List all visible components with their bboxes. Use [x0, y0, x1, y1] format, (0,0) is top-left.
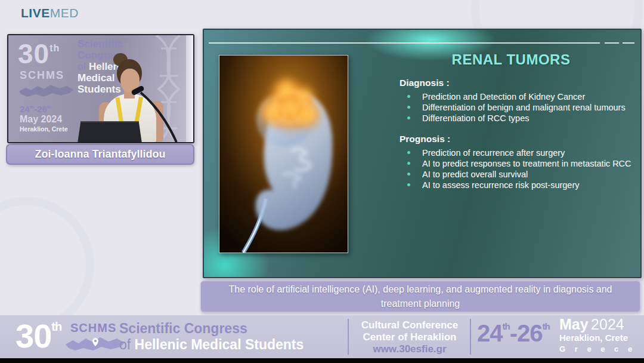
crete-island-pin-icon	[64, 334, 126, 352]
slide-body: Diagnosis : Prediction and Detection of …	[398, 78, 637, 201]
bullet-dot-icon	[407, 183, 410, 186]
footer-dates: 24th-26th	[477, 320, 550, 347]
microphone-icon	[8, 35, 193, 142]
section-heading: Prognosis :	[400, 134, 637, 144]
livestream-page: LIVEMED 30th SCHMS Scientific Congress o…	[0, 0, 644, 363]
talk-title-caption: The role of artificial intelligence (AI)…	[200, 281, 640, 312]
kidney-tumor-image	[219, 55, 348, 253]
bullet-item: Differentiation of RCC types	[398, 113, 637, 124]
bullet-item: Differentiation of benign and malignant …	[398, 102, 637, 113]
footer-divider	[348, 319, 349, 355]
footer-congress-number: 30th	[16, 316, 61, 355]
bullet-dot-icon	[407, 173, 410, 176]
talk-title-text: The role of artificial intelligence (AI)…	[201, 282, 640, 311]
section-heading: Diagnosis :	[400, 78, 637, 88]
bullet-item: AI to predict overall survival	[398, 169, 637, 180]
brand-live: LIVE	[21, 6, 50, 20]
bullet-dot-icon	[407, 151, 410, 154]
footer-congress-title: Scientific Congress of Hellenic Medical …	[119, 321, 304, 353]
footer-org-name: SCHMS	[70, 321, 116, 335]
bullet-item: AI to predict responses to treatment in …	[398, 158, 637, 169]
footer-venue: Cultural Conference Center of Heraklion …	[354, 319, 465, 355]
diagnosis-section: Diagnosis : Prediction and Detection of …	[398, 78, 637, 124]
bullet-dot-icon	[407, 95, 410, 98]
bullet-dot-icon	[407, 116, 410, 119]
speaker-name-plate: Zoi-Ioanna Triantafyllidou	[6, 144, 194, 165]
footer-location: May 2024 Heraklion, Crete G r e e c e	[559, 319, 636, 355]
bullet-dot-icon	[407, 162, 410, 165]
bullet-dot-icon	[407, 106, 410, 109]
bullet-item: Prediction of recurrence after surgery	[398, 147, 637, 158]
congress-website: www.30esfie.gr	[354, 343, 465, 355]
slide-divider-dash	[605, 42, 619, 44]
slide-divider-dash	[623, 42, 634, 44]
footer-divider	[470, 319, 471, 355]
slide-divider-line	[209, 42, 600, 44]
brand-logo: LIVEMED	[21, 6, 79, 20]
slide-title: RENAL TUMORS	[390, 51, 632, 68]
brand-med: MED	[50, 6, 79, 20]
speaker-video-feed[interactable]: 30th SCHMS Scientific Congress of Hellen…	[7, 34, 194, 143]
background-watermark-circle	[0, 197, 94, 333]
bottom-letterbox-bar	[0, 358, 644, 363]
speaker-figure	[8, 35, 193, 142]
congress-footer-banner: 30th SCHMS Scientific Congress of Hellen…	[0, 315, 644, 358]
presentation-slide: RENAL TUMORS Diagnosis : Prediction and …	[203, 29, 642, 278]
bullet-item: AI to assess recurrence risk post-surger…	[398, 180, 637, 190]
bullet-item: Prediction and Detection of Kidney Cance…	[398, 91, 637, 102]
speaker-name: Zoi-Ioanna Triantafyllidou	[35, 148, 165, 161]
prognosis-section: Prognosis : Prediction of recurrence aft…	[398, 134, 637, 190]
